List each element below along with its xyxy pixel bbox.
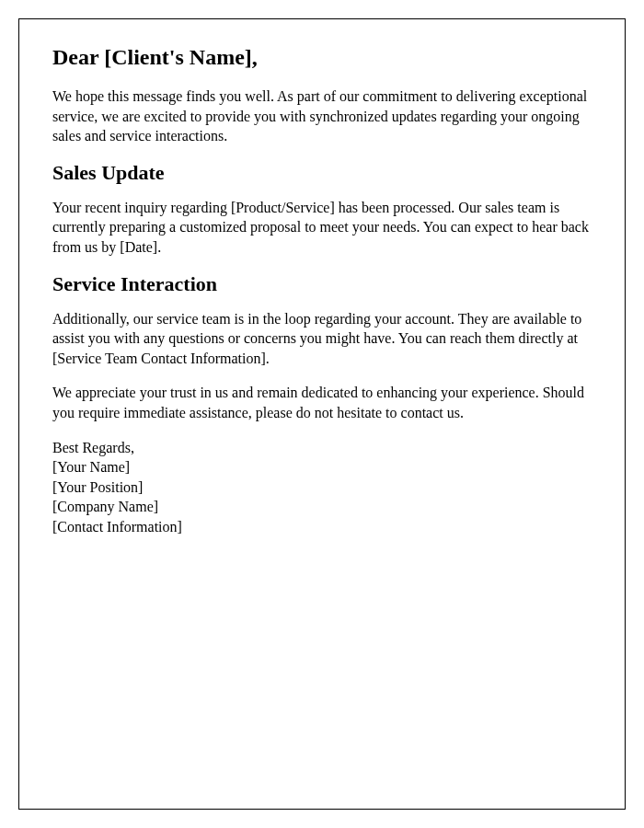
greeting-heading: Dear [Client's Name],	[52, 45, 592, 70]
sales-update-body: Your recent inquiry regarding [Product/S…	[52, 198, 592, 258]
service-interaction-body: Additionally, our service team is in the…	[52, 309, 592, 369]
service-interaction-heading: Service Interaction	[52, 272, 592, 296]
sales-update-heading: Sales Update	[52, 161, 592, 185]
signature-block: Best Regards, [Your Name] [Your Position…	[52, 438, 592, 537]
intro-paragraph: We hope this message finds you well. As …	[52, 86, 592, 146]
signature-company: [Company Name]	[52, 497, 592, 517]
signature-position: [Your Position]	[52, 477, 592, 498]
signature-contact: [Contact Information]	[52, 517, 592, 537]
letter-page: Dear [Client's Name], We hope this messa…	[18, 18, 626, 810]
signature-closing: Best Regards,	[52, 438, 592, 458]
signature-name: [Your Name]	[52, 457, 592, 477]
closing-paragraph: We appreciate your trust in us and remai…	[52, 383, 592, 422]
